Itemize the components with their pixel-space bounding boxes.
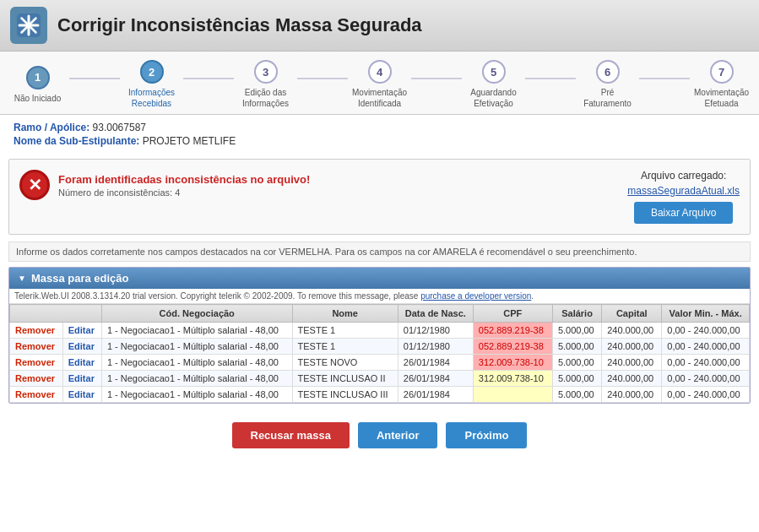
page-header: Corrigir Inconsistências Massa Segurada [0,0,759,52]
table-row: RemoverEditar1 - Negociacao1 - Múltiplo … [10,339,750,355]
cell-2-2: 26/01/1984 [398,355,473,371]
cell-2-5: 240.000,00 [602,355,662,371]
cell-0-5: 240.000,00 [602,323,662,339]
step-item-6[interactable]: 6Pré Faturamento [576,60,639,109]
step-item-4[interactable]: 4Movimentação Identificada [348,60,411,109]
step-label-4: Movimentação Identificada [348,87,411,109]
step-item-3[interactable]: 3Edição das Informações [234,60,297,109]
cell-2-4: 5.000,00 [552,355,601,371]
th-4: Salário [552,305,601,323]
edit-button-2[interactable]: Editar [68,357,95,367]
page-title: Corrigir Inconsistências Massa Segurada [57,14,422,36]
ramo-label: Ramo / Apólice: [14,122,89,133]
cell-4-1: TESTE INCLUSAO III [292,387,398,403]
telerik-link[interactable]: purchase a developer version [420,291,531,301]
remove-cell-3: Remover [10,371,63,387]
sub-label: Nome da Sub-Estipulante: [14,135,139,147]
edit-cell-1: Editar [62,339,101,355]
step-item-5[interactable]: 5Aguardando Efetivação [462,60,525,109]
anterior-button[interactable]: Anterior [358,422,438,448]
file-label: Arquivo carregado: [627,170,740,182]
cell-1-1: TESTE 1 [292,339,398,355]
remove-cell-0: Remover [10,323,63,339]
edit-button-3[interactable]: Editar [68,373,95,383]
step-label-3: Edição das Informações [234,87,297,109]
step-line-4 [411,78,462,79]
table-row: RemoverEditar1 - Negociacao1 - Múltiplo … [10,323,750,339]
step-label-2: Informações Recebidas [120,87,183,109]
step-circle-2: 2 [140,60,164,84]
error-icon: ✕ [19,170,50,200]
collapse-icon[interactable]: ▼ [18,274,26,283]
cell-3-5: 240.000,00 [602,371,662,387]
cell-3-1: TESTE INCLUSAO II [292,371,398,387]
stepper: 1Não Iniciado2Informações Recebidas3Ediç… [0,60,759,109]
alert-text-area: Foram identificadas inconsistências no a… [58,173,310,198]
edit-cell-0: Editar [62,323,101,339]
step-line-5 [525,78,576,79]
cell-1-4: 5.000,00 [552,339,601,355]
step-label-5: Aguardando Efetivação [462,87,525,109]
cell-4-4: 5.000,00 [552,387,601,403]
alert-left: ✕ Foram identificadas inconsistências no… [19,170,310,200]
remove-button-0[interactable]: Remover [15,325,55,335]
step-line-3 [297,78,348,79]
remove-button-2[interactable]: Remover [15,357,55,367]
massa-table: Cód. NegociaçãoNomeData de Nasc.CPFSalár… [9,304,750,403]
cell-0-1: TESTE 1 [292,323,398,339]
instruction-message: Informe os dados corretamente nos campos… [8,242,751,262]
alert-subtitle: Número de inconsistências: 4 [58,187,310,198]
edit-button-4[interactable]: Editar [68,389,95,399]
cell-1-0: 1 - Negociacao1 - Múltiplo salarial - 48… [101,339,292,355]
step-label-6: Pré Faturamento [576,87,639,109]
step-label-1: Não Iniciado [6,93,69,104]
step-circle-1: 1 [26,66,50,90]
edit-cell-2: Editar [62,355,101,371]
cell-2-3: 312.009.738-10 [473,355,552,371]
table-row: RemoverEditar1 - Negociacao1 - Múltiplo … [10,371,750,387]
th-5: Capital [602,305,662,323]
th-1: Nome [292,305,398,323]
th-0: Cód. Negociação [101,305,292,323]
cell-4-5: 240.000,00 [602,387,662,403]
remove-cell-2: Remover [10,355,63,371]
step-circle-5: 5 [482,60,506,84]
sub-value: PROJETO METLIFE [143,135,236,147]
remove-button-3[interactable]: Remover [15,373,55,383]
cell-4-2: 26/01/1984 [398,387,473,403]
edit-button-0[interactable]: Editar [68,325,95,335]
step-circle-3: 3 [254,60,278,84]
remove-button-4[interactable]: Remover [15,389,55,399]
cell-3-6: 0,00 - 240.000,00 [662,371,750,387]
remove-button-1[interactable]: Remover [15,341,55,351]
proximo-button[interactable]: Próximo [446,422,527,448]
massa-section: ▼ Massa para edição Telerik.Web.UI 2008.… [8,267,751,404]
step-item-2[interactable]: 2Informações Recebidas [120,60,183,109]
remove-cell-1: Remover [10,339,63,355]
step-item-7[interactable]: 7Movimentação Efetuada [690,60,753,109]
cell-1-6: 0,00 - 240.000,00 [662,339,750,355]
edit-cell-3: Editar [62,371,101,387]
download-button[interactable]: Baixar Arquivo [634,202,733,224]
cell-4-6: 0,00 - 240.000,00 [662,387,750,403]
logo [10,7,47,44]
cell-1-3: 052.889.219-38 [473,339,552,355]
cell-1-2: 01/12/1980 [398,339,473,355]
th-6: Valor Min. - Máx. [662,305,750,323]
cell-3-0: 1 - Negociacao1 - Múltiplo salarial - 48… [101,371,292,387]
cell-4-0: 1 - Negociacao1 - Múltiplo salarial - 48… [101,387,292,403]
ramo-value: 93.0067587 [93,122,146,133]
edit-button-1[interactable]: Editar [68,341,95,351]
file-link[interactable]: massaSeguradaAtual.xls [627,185,740,197]
sub-line: Nome da Sub-Estipulante: PROJETO METLIFE [14,135,745,147]
table-row: RemoverEditar1 - Negociacao1 - Múltiplo … [10,355,750,371]
cell-0-0: 1 - Negociacao1 - Múltiplo salarial - 48… [101,323,292,339]
cell-3-4: 5.000,00 [552,371,601,387]
step-item-1[interactable]: 1Não Iniciado [6,66,69,104]
recusar-button[interactable]: Recusar massa [232,422,350,448]
alert-right: Arquivo carregado: massaSeguradaAtual.xl… [627,170,740,224]
massa-header: ▼ Massa para edição [9,268,750,289]
info-area: Ramo / Apólice: 93.0067587 Nome da Sub-E… [0,115,759,152]
main-content: ✕ Foram identificadas inconsistências no… [0,152,759,410]
step-circle-7: 7 [710,60,734,84]
